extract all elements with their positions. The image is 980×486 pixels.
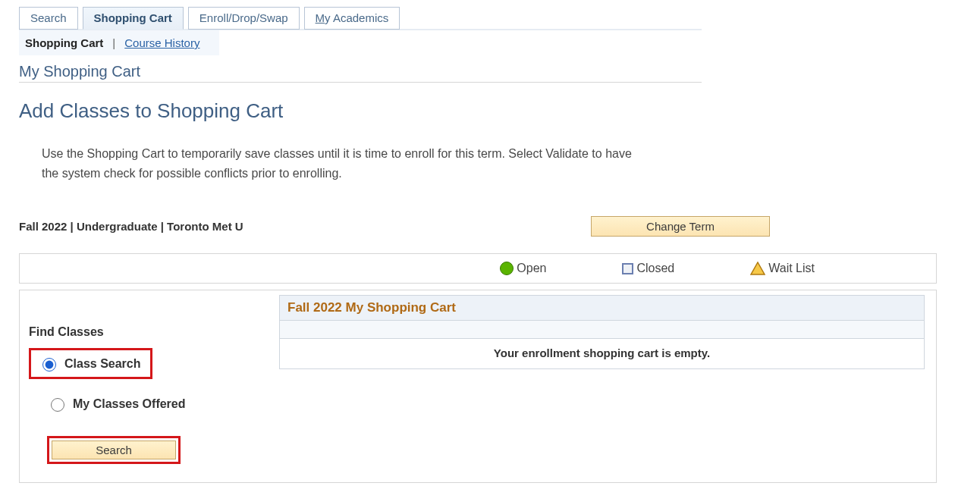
instructions-text: Use the Shopping Cart to temporarily sav… bbox=[42, 144, 649, 183]
cart-empty-message: Your enrollment shopping cart is empty. bbox=[279, 339, 925, 369]
sub-nav: Shopping Cart | Course History bbox=[19, 30, 219, 55]
radio-class-search-row[interactable]: Class Search bbox=[34, 353, 146, 375]
radio-class-search[interactable] bbox=[42, 358, 56, 372]
subnav-separator: | bbox=[112, 36, 115, 49]
legend-closed-label: Closed bbox=[636, 262, 674, 275]
legend-closed: Closed bbox=[622, 262, 674, 275]
class-search-highlight: Class Search bbox=[29, 348, 152, 379]
search-button-highlight: Search bbox=[47, 436, 181, 464]
tab-enroll-drop-swap[interactable]: Enroll/Drop/Swap bbox=[188, 7, 300, 30]
tab-shopping-cart[interactable]: Shopping Cart bbox=[83, 7, 184, 30]
status-legend: Open Closed Wait List bbox=[19, 253, 937, 284]
tab-search[interactable]: Search bbox=[19, 7, 78, 30]
open-icon bbox=[500, 262, 514, 275]
legend-wait-list: Wait List bbox=[750, 262, 815, 275]
tab-my-academics-hotkey: M bbox=[316, 11, 325, 24]
radio-my-classes-label: My Classes Offered bbox=[73, 397, 186, 411]
subnav-course-history-link[interactable]: Course History bbox=[124, 36, 199, 49]
legend-open: Open bbox=[500, 262, 546, 275]
top-tab-bar: Search Shopping Cart Enroll/Drop/Swap My… bbox=[19, 6, 702, 30]
find-classes-label: Find Classes bbox=[29, 325, 264, 339]
wait-list-icon bbox=[750, 262, 765, 275]
tab-my-academics-rest: y Academics bbox=[325, 11, 388, 24]
legend-wait-label: Wait List bbox=[768, 262, 815, 275]
shopping-cart-panel: Fall 2022 My Shopping Cart Your enrollme… bbox=[279, 295, 925, 464]
radio-my-classes-offered[interactable] bbox=[51, 398, 64, 412]
term-row: Fall 2022 | Undergraduate | Toronto Met … bbox=[19, 216, 770, 237]
subnav-current: Shopping Cart bbox=[25, 36, 103, 49]
search-button[interactable]: Search bbox=[52, 441, 176, 459]
page-title: Add Classes to Shopping Cart bbox=[19, 99, 980, 123]
term-text: Fall 2022 | Undergraduate | Toronto Met … bbox=[19, 220, 243, 233]
find-classes-panel: Find Classes Class Search My Classes Off… bbox=[29, 295, 264, 464]
change-term-button[interactable]: Change Term bbox=[591, 216, 770, 237]
legend-open-label: Open bbox=[517, 262, 546, 275]
section-title: My Shopping Cart bbox=[19, 63, 702, 83]
cart-header: Fall 2022 My Shopping Cart bbox=[279, 295, 925, 321]
svg-marker-0 bbox=[751, 262, 765, 274]
radio-my-classes-row[interactable]: My Classes Offered bbox=[42, 393, 264, 415]
cart-subheader bbox=[279, 321, 925, 339]
lower-panel: Find Classes Class Search My Classes Off… bbox=[19, 290, 937, 483]
tab-my-academics[interactable]: My Academics bbox=[304, 7, 400, 30]
radio-class-search-label: Class Search bbox=[64, 357, 141, 371]
closed-icon bbox=[622, 263, 633, 274]
